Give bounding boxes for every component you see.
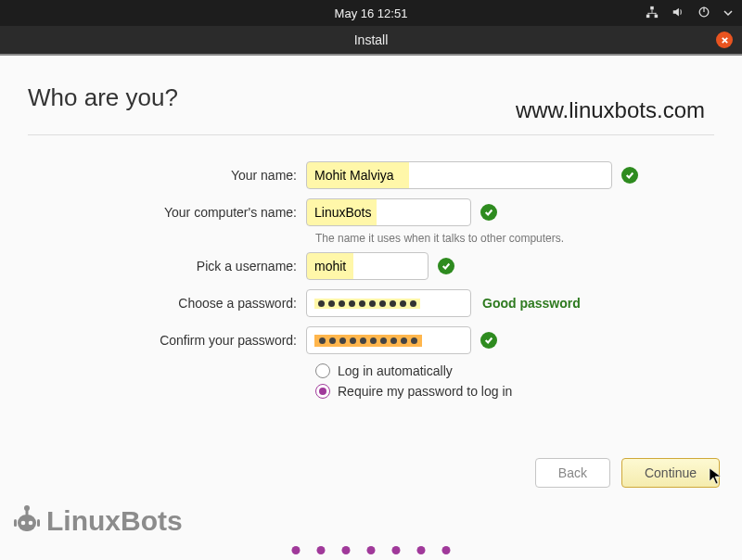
volume-icon[interactable] bbox=[672, 6, 684, 21]
row-password: Choose a password: Good password bbox=[28, 289, 714, 317]
row-confirm-password: Confirm your password: bbox=[28, 326, 714, 354]
svg-rect-15 bbox=[37, 519, 40, 527]
svg-rect-5 bbox=[648, 12, 649, 14]
check-icon bbox=[480, 204, 497, 221]
system-tray bbox=[646, 6, 733, 21]
brand-name: LinuxBots bbox=[46, 505, 183, 537]
back-button[interactable]: Back bbox=[535, 458, 610, 488]
window-title: Install bbox=[354, 32, 389, 47]
nav-buttons: Back Continue bbox=[535, 458, 720, 488]
svg-rect-6 bbox=[656, 12, 657, 14]
svg-rect-11 bbox=[18, 515, 36, 531]
progress-dots bbox=[292, 546, 451, 554]
row-computer-name: Your computer's name: bbox=[28, 198, 714, 226]
svg-rect-8 bbox=[703, 6, 704, 11]
svg-rect-10 bbox=[26, 510, 29, 515]
brand-watermark: LinuxBots bbox=[11, 503, 183, 540]
power-icon[interactable] bbox=[697, 6, 710, 21]
label-your-name: Your name: bbox=[28, 168, 306, 183]
clock: May 16 12:51 bbox=[335, 6, 408, 20]
radio-icon bbox=[315, 363, 330, 378]
radio-require-password[interactable]: Require my password to log in bbox=[315, 384, 714, 399]
radio-auto-login[interactable]: Log in automatically bbox=[315, 363, 714, 378]
radio-icon bbox=[315, 384, 330, 399]
row-your-name: Your name: bbox=[28, 161, 714, 189]
your-name-input[interactable] bbox=[306, 161, 612, 189]
check-icon bbox=[438, 258, 454, 274]
svg-rect-2 bbox=[655, 14, 659, 18]
label-username: Pick a username: bbox=[28, 259, 306, 274]
system-top-bar: May 16 12:51 bbox=[0, 0, 742, 26]
password-strength: Good password bbox=[482, 296, 581, 311]
watermark-url: www.linuxbots.com bbox=[516, 97, 705, 123]
chevron-down-icon[interactable] bbox=[723, 6, 733, 20]
computer-name-input[interactable] bbox=[306, 198, 471, 226]
network-icon[interactable] bbox=[646, 6, 659, 21]
svg-point-12 bbox=[21, 521, 26, 526]
svg-point-13 bbox=[29, 521, 33, 526]
close-button[interactable] bbox=[716, 32, 733, 48]
username-input[interactable] bbox=[306, 252, 429, 280]
svg-rect-14 bbox=[14, 519, 17, 527]
check-icon bbox=[480, 332, 497, 349]
radio-label: Log in automatically bbox=[338, 363, 453, 378]
robot-icon bbox=[11, 503, 43, 540]
computer-name-hint: The name it uses when it talks to other … bbox=[315, 232, 714, 245]
label-computer-name: Your computer's name: bbox=[28, 205, 306, 220]
divider bbox=[28, 134, 714, 135]
svg-rect-4 bbox=[648, 12, 657, 13]
svg-rect-0 bbox=[650, 6, 654, 9]
window-title-bar: Install bbox=[0, 26, 742, 56]
password-input[interactable] bbox=[306, 289, 471, 317]
check-icon bbox=[621, 167, 638, 184]
continue-button[interactable]: Continue bbox=[621, 458, 720, 488]
svg-rect-3 bbox=[652, 9, 653, 13]
label-confirm-password: Confirm your password: bbox=[28, 333, 306, 348]
row-username: Pick a username: bbox=[28, 252, 714, 280]
installer-page: Who are you? www.linuxbots.com Your name… bbox=[0, 56, 742, 399]
label-password: Choose a password: bbox=[28, 296, 306, 311]
login-options: Log in automatically Require my password… bbox=[315, 363, 714, 399]
radio-label: Require my password to log in bbox=[338, 384, 512, 399]
confirm-password-input[interactable] bbox=[306, 326, 471, 354]
svg-rect-1 bbox=[646, 14, 650, 18]
